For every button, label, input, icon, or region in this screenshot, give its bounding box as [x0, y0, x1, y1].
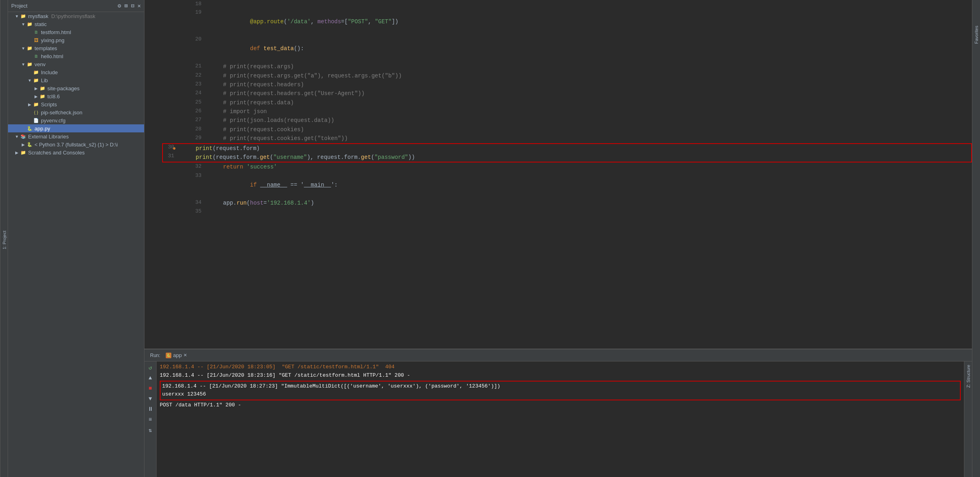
line-num-30: 30 [163, 144, 179, 150]
right-panel-tabs: Favorites [972, 0, 980, 477]
tree-item-lib[interactable]: ▼ 📁 Lib [8, 76, 144, 84]
line-content-27: # print(json.loads(request.data)) [206, 116, 972, 125]
run-section: ↺ ▲ ■ ▼ ⏸ ≡ ⇅ 192.168.1.4 -- [21/Jun/202… [144, 361, 972, 477]
arrow-static: ▼ [21, 22, 26, 26]
arrow-external-libs: ▼ [14, 134, 19, 139]
line-content-25: # print(request.data) [206, 98, 972, 107]
arrow-apppy [21, 126, 26, 131]
tree-label-static: static [35, 21, 47, 27]
line-content-33: if __name__ == '__main__': [206, 172, 972, 199]
tree-item-pyvenv[interactable]: 📄 pyvenv.cfg [8, 116, 144, 124]
methods-19: methods [317, 18, 341, 25]
code-table: 18 19 @app.route('/data', methods=["POST… [144, 0, 972, 216]
line-18: 18 [144, 0, 972, 8]
folder-icon-external-libs: 📚 [20, 133, 26, 140]
tree-label-pip-selfcheck: pip-selfcheck.json [41, 110, 82, 116]
tree-item-pip-selfcheck[interactable]: { } pip-selfcheck.json [8, 108, 144, 116]
tree-label-venv: venv [35, 61, 45, 67]
structure-tab[interactable]: Z: Structure [964, 361, 972, 477]
structure-tab-label[interactable]: Z: Structure [966, 365, 971, 388]
line-25: 25 # print(request.data) [144, 98, 972, 107]
run-pause-button[interactable]: ⏸ [146, 405, 155, 414]
line-content-23: # print(request.headers) [206, 80, 972, 89]
line-num-20: 20 [144, 35, 206, 62]
line-content-34: app.run(host='192.168.1.4') [206, 199, 972, 207]
tree-item-yixing[interactable]: 🖼 yixing.png [8, 36, 144, 44]
tree-label-tcl86: tcl8.6 [47, 93, 60, 99]
sep-19: , [368, 18, 375, 25]
app-tab[interactable]: 🐍 app ✕ [166, 352, 187, 358]
tree-item-templates[interactable]: ▼ 📁 templates [8, 44, 144, 52]
args-20: (): [294, 45, 304, 52]
tree-item-venv[interactable]: ▼ 📁 venv [8, 60, 144, 68]
folder-icon-lib: 📁 [33, 77, 39, 83]
project-tree: ▼ 📁 mysflask D:\python\mysflask ▼ 📁 stat… [8, 12, 144, 156]
tree-item-site-packages[interactable]: ▶ 📁 site-packages [8, 84, 144, 92]
run-pin-button[interactable]: ⇅ [146, 426, 155, 434]
folder-icon-tcl86: 📁 [39, 93, 46, 99]
tree-item-apppy[interactable]: 🐍 app.py [8, 124, 144, 132]
line-34: 34 app.run(host='192.168.1.4') [144, 199, 972, 207]
tree-item-testform[interactable]: 🗎 testform.html [8, 28, 144, 36]
tree-item-include[interactable]: 📁 Include [8, 68, 144, 76]
console-line-4: userxxx 123456 [162, 390, 958, 399]
line-num-35: 35 [144, 207, 206, 216]
line-num-29: 29 [144, 134, 206, 143]
decorator-19: @app.route [250, 18, 284, 25]
line-content-30-wrapper: ● print(request.form) [179, 144, 263, 153]
arrow-site-packages: ▶ [34, 86, 39, 91]
line-num-26: 26 [144, 107, 206, 116]
line-27: 27 # print(json.loads(request.data)) [144, 116, 972, 125]
app-tab-close[interactable]: ✕ [183, 353, 187, 358]
sidebar-close-icon[interactable]: ✕ [138, 2, 141, 9]
run-stop-button[interactable]: ■ [146, 384, 155, 393]
tree-item-scratches[interactable]: ▶ 📁 Scratches and Consoles [8, 148, 144, 156]
sidebar-collapse-icon[interactable]: ⊟ [131, 2, 134, 9]
run-rerun-button[interactable]: ↺ [146, 363, 155, 372]
line-content-35 [206, 207, 972, 216]
tree-item-mysflask[interactable]: ▼ 📁 mysflask D:\python\mysflask [8, 12, 144, 20]
folder-icon-venv: 📁 [26, 61, 33, 67]
line-num-28: 28 [144, 125, 206, 134]
tree-label-lib: Lib [41, 77, 48, 83]
tree-item-external-libs[interactable]: ▼ 📚 External Libraries [8, 132, 144, 140]
funcname-20: test_data [264, 45, 294, 52]
line-content-19: @app.route('/data', methods=["POST", "GE… [206, 8, 972, 35]
folder-icon-static: 📁 [26, 21, 33, 27]
gutter-marker-30: ● [173, 145, 176, 152]
sidebar-toolbar: Project ⚙ ⊞ ⊟ ✕ [8, 0, 144, 12]
run-scroll-up-button[interactable]: ▲ [146, 373, 155, 382]
arrow-venv: ▼ [21, 62, 26, 67]
line-num-27: 27 [144, 116, 206, 125]
project-tab-label[interactable]: 1: Project [1, 227, 8, 252]
arrow-pip-selfcheck [27, 110, 32, 115]
tree-label-templates: templates [35, 45, 57, 51]
tree-item-tcl86[interactable]: ▶ 📁 tcl8.6 [8, 92, 144, 100]
line-content-31: print(request.form.get("username"), requ… [179, 153, 418, 162]
bottom-panel: Run: 🐍 app ✕ ↺ ▲ ■ ▼ ⏸ ≡ ⇅ 192.168.1.4 -… [144, 349, 972, 477]
def-20: def [250, 45, 264, 52]
line-30-31-box-row: 30 ● print(request.form) 31 [144, 143, 972, 163]
line-num-32: 32 [144, 162, 206, 171]
tree-item-scripts[interactable]: ▶ 📁 Scripts [8, 100, 144, 108]
file-icon-yixing: 🖼 [33, 37, 39, 43]
file-icon-pyvenv: 📄 [33, 117, 39, 124]
sidebar-settings-icon[interactable]: ⚙ [118, 2, 121, 9]
line-num-31: 31 [163, 153, 179, 159]
run-scroll-down-button[interactable]: ▼ [146, 394, 155, 403]
line-content-30: print(request.form) [179, 144, 263, 153]
red-box-cell: 30 ● print(request.form) 31 [144, 143, 972, 163]
tree-label-yixing: yixing.png [41, 37, 65, 43]
tree-item-static[interactable]: ▼ 📁 static [8, 20, 144, 28]
sidebar-expand-icon[interactable]: ⊞ [124, 2, 128, 9]
tree-item-hello[interactable]: 🗎 hello.html [8, 52, 144, 60]
favorites-tab-label[interactable]: Favorites [973, 24, 980, 45]
arrow-python37: ▶ [21, 142, 26, 147]
code-editor[interactable]: 18 19 @app.route('/data', methods=["POST… [144, 0, 972, 349]
project-tab[interactable]: 1: Project [0, 0, 8, 477]
line-26: 26 # import json [144, 107, 972, 116]
get-19: "GET" [375, 18, 392, 25]
line-content-32: return 'success' [206, 162, 972, 171]
tree-item-python37[interactable]: ▶ 🐍 < Python 3.7 (fullstack_s2) (1) > D:… [8, 140, 144, 148]
run-output-button[interactable]: ≡ [146, 415, 155, 424]
